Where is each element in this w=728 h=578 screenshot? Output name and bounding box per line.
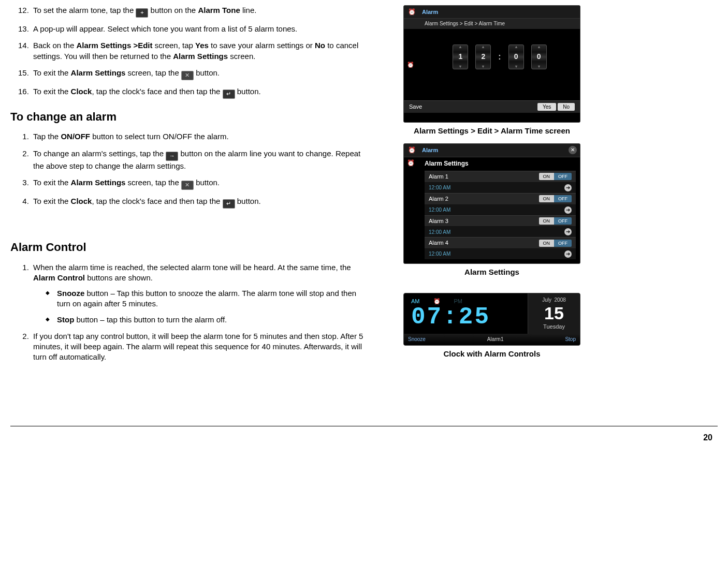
min-tens-wheel[interactable]: 0 [508,45,524,69]
plus-icon [136,8,148,18]
figure-alarm-time-screen: Alarm Alarm Settings > Edit > Alarm Time… [403,5,580,123]
save-label: Save [409,103,422,111]
alarm-label: Alarm1 [487,336,504,343]
on-off-toggle[interactable]: ONOFF [539,240,572,247]
control-step-1: When the alarm time is reached, the sele… [31,262,368,325]
snooze-button[interactable]: Snooze [408,336,426,343]
step-14: Back on the Alarm Settings >Edit screen,… [31,40,368,62]
alarm-row: Alarm 2ONOFF [425,193,576,205]
no-button[interactable]: No [558,103,575,111]
figure-clock-alarm-controls: AM ⏰ PM 07:25 July 2008 15 Tuesday Snooz… [403,293,580,345]
arrow-right-icon[interactable]: ➔ [564,250,572,258]
alarm-side-icon: ⏰ [407,159,415,167]
step-12: To set the alarm tone, tap the button on… [31,5,368,18]
figure1-caption: Alarm Settings > Edit > Alarm Time scree… [399,126,585,136]
change-step-1: Tap the ON/OFF button to select turn ON/… [31,131,368,142]
alarm-row: Alarm 4ONOFF [425,237,576,249]
clock-time: 07:25 [411,305,522,329]
figure3-caption: Clock with Alarm Controls [399,349,585,359]
steps-continued: To set the alarm tone, tap the button on… [10,5,368,99]
min-ones-wheel[interactable]: 0 [531,45,547,69]
alarm-name: Alarm 1 [429,173,448,181]
heading-change-alarm: To change an alarm [10,109,368,125]
alarm-time-row[interactable]: 12:00 AM➔ [425,205,576,215]
alarm-time-row[interactable]: 12:00 AM➔ [425,249,576,259]
alarm-name: Alarm 3 [429,217,448,225]
control-step-2: If you don't tap any control button, it … [31,331,368,363]
alarm-clock-icon [408,146,418,154]
change-step-3: To exit the Alarm Settings screen, tap t… [31,177,368,190]
stop-bullet: Stop button – tap this button to turn th… [46,315,368,325]
stop-button[interactable]: Stop [565,336,576,343]
snooze-bullet: Snooze button – Tap this button to snooz… [46,288,368,309]
yes-button[interactable]: Yes [537,103,556,111]
alarm-time: 12:00 AM [429,184,450,191]
figure-alarm-settings: Alarm ✕ ⏰Alarm Settings Alarm 1ONOFF12:0… [403,143,580,264]
clock-day: 15 [530,304,578,323]
step-16: To exit the Clock, tap the clock's face … [31,86,368,99]
alarm-time: 12:00 AM [429,250,450,258]
alarm-time: 12:00 AM [429,206,450,214]
alarm-clock-icon [408,8,418,16]
arrow-right-icon[interactable]: ➔ [564,228,572,235]
alarm-row: Alarm 1ONOFF [425,171,576,183]
figure2-caption: Alarm Settings [399,267,585,277]
alarm-time-row[interactable]: 12:00 AM➔ [425,227,576,237]
on-off-toggle[interactable]: ONOFF [539,195,572,202]
alarm-time-row[interactable]: 12:00 AM➔ [425,183,576,193]
heading-alarm-control: Alarm Control [10,240,368,255]
on-off-toggle[interactable]: ONOFF [539,173,572,180]
return-icon [223,90,235,99]
time-picker[interactable]: 1 2 : 0 0 [424,45,576,69]
arrow-right-icon [166,152,178,161]
clock-dow: Tuesday [530,323,578,331]
alarm-name: Alarm 2 [429,195,448,203]
change-step-4: To exit the Clock, tap the clock's face … [31,196,368,209]
arrow-right-icon[interactable]: ➔ [564,206,572,214]
change-alarm-steps: Tap the ON/OFF button to select turn ON/… [10,131,368,209]
alarm-time: 12:00 AM [429,229,450,236]
return-icon [223,199,235,209]
breadcrumb: Alarm Settings > Edit > Alarm Time [404,19,580,29]
hour-tens-wheel[interactable]: 1 [453,45,468,69]
change-step-2: To change an alarm's settings, tap the b… [31,149,368,171]
arrow-right-icon[interactable]: ➔ [564,184,572,191]
footer-rule [10,426,718,426]
alarm-control-steps: When the alarm time is reached, the sele… [10,262,368,363]
alarm-name: Alarm 4 [429,239,448,247]
alarm-row: Alarm 3ONOFF [425,215,576,227]
close-icon [181,181,194,190]
close-icon [181,71,194,80]
hour-ones-wheel[interactable]: 2 [475,45,491,69]
step-15: To exit the Alarm Settings screen, tap t… [31,68,368,80]
alarm-side-icon: ⏰ [407,61,414,68]
step-13: A pop-up will appear. Select which tone … [31,24,368,34]
page-number: 20 [10,430,718,443]
on-off-toggle[interactable]: ONOFF [539,217,572,225]
